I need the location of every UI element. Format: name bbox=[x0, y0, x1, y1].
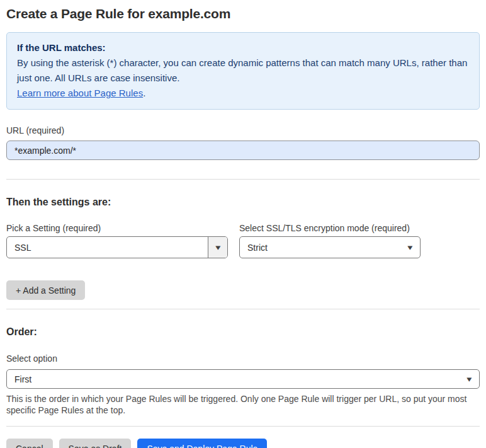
learn-more-link[interactable]: Learn more about Page Rules bbox=[17, 88, 143, 98]
info-link-line: Learn more about Page Rules. bbox=[17, 86, 469, 101]
divider bbox=[6, 309, 480, 309]
form-actions: Cancel Save as Draft Save and Deploy Pag… bbox=[6, 439, 480, 448]
setting-picker-value: SSL bbox=[7, 237, 208, 258]
order-dropdown[interactable]: First ▾ bbox=[6, 369, 480, 389]
save-and-deploy-button[interactable]: Save and Deploy Page Rule bbox=[137, 439, 267, 448]
divider bbox=[6, 179, 480, 180]
create-page-rule-form: Create a Page Rule for example.com If th… bbox=[0, 0, 486, 448]
setting-picker-column: Pick a Setting (required) SSL ▾ bbox=[6, 208, 228, 258]
chevron-down-icon: ▾ bbox=[467, 375, 472, 383]
order-select-label: Select option bbox=[6, 353, 480, 364]
url-input[interactable] bbox=[6, 141, 480, 160]
chevron-down-icon: ▾ bbox=[408, 243, 413, 251]
ssl-mode-label: Select SSL/TLS encryption mode (required… bbox=[239, 223, 421, 233]
page-title: Create a Page Rule for example.com bbox=[6, 6, 480, 21]
ssl-mode-column: Select SSL/TLS encryption mode (required… bbox=[239, 208, 421, 258]
save-as-draft-button[interactable]: Save as Draft bbox=[59, 439, 132, 448]
url-field-label: URL (required) bbox=[6, 125, 480, 135]
setting-picker-label: Pick a Setting (required) bbox=[6, 223, 228, 233]
settings-section-heading: Then the settings are: bbox=[6, 197, 480, 208]
cancel-button[interactable]: Cancel bbox=[6, 439, 53, 448]
order-value: First bbox=[14, 374, 31, 384]
info-box-heading: If the URL matches: bbox=[17, 40, 469, 55]
ssl-mode-value: Strict bbox=[247, 243, 268, 253]
settings-row: Pick a Setting (required) SSL ▾ Select S… bbox=[6, 208, 480, 258]
ssl-mode-dropdown[interactable]: Strict ▾ bbox=[239, 236, 421, 258]
link-suffix: . bbox=[143, 88, 145, 98]
divider bbox=[6, 426, 480, 427]
setting-picker-dropdown[interactable]: SSL ▾ bbox=[6, 236, 228, 258]
add-setting-button[interactable]: + Add a Setting bbox=[6, 280, 85, 300]
dropdown-arrow-box: ▾ bbox=[208, 237, 227, 258]
order-section-heading: Order: bbox=[6, 326, 480, 338]
chevron-down-icon: ▾ bbox=[215, 243, 220, 251]
info-box-body: By using the asterisk (*) character, you… bbox=[17, 55, 469, 86]
order-help-text: This is the order in which your Page Rul… bbox=[6, 393, 472, 416]
url-matches-info-box: If the URL matches: By using the asteris… bbox=[6, 32, 480, 110]
